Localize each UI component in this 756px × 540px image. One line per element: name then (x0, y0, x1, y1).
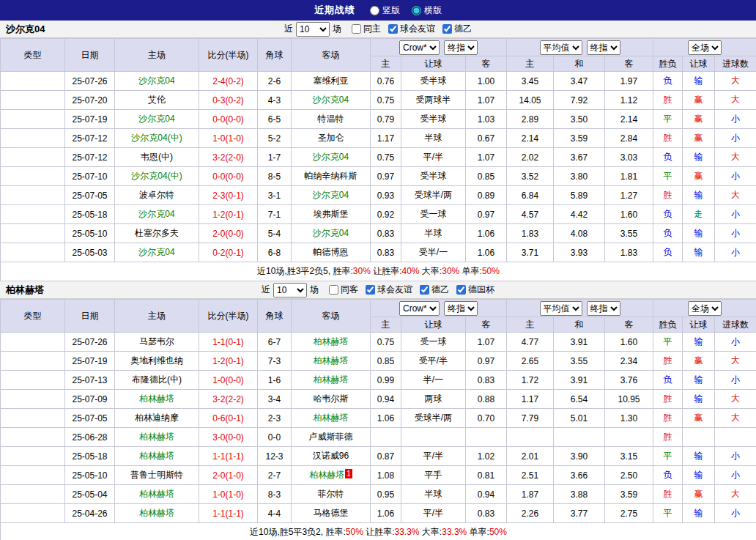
average-select[interactable]: 平均值 (540, 40, 582, 55)
filter-checkbox[interactable] (442, 24, 452, 34)
euro-final-select[interactable]: 终指 (587, 301, 620, 316)
home-team: 柏林赫塔 (115, 390, 199, 409)
match-type: 球会友谊 (1, 167, 65, 186)
result-handicap: 输 (683, 72, 715, 91)
match-date: 25-07-13 (65, 371, 115, 390)
match-date: 25-07-12 (65, 148, 115, 167)
match-date: 25-06-28 (65, 428, 115, 447)
result-goals: 小 (715, 447, 756, 466)
games-label: 场 (310, 284, 319, 296)
col-wdl: 胜负 (653, 317, 683, 333)
result-goals: 小 (715, 205, 756, 224)
match-count-select[interactable]: 10 (273, 283, 307, 297)
filter-checkbox-label: 球会友谊 (400, 23, 435, 35)
asian-odds-group: Crow*终指 (371, 39, 507, 56)
average-select[interactable]: 平均值 (540, 301, 582, 316)
result-wdl: 负 (653, 466, 683, 485)
away-team: 柏林赫塔1 (292, 466, 371, 485)
asian-home-odds: 0.92 (371, 205, 401, 224)
filter-checkbox-option[interactable]: 球会友谊 (388, 23, 435, 35)
filter-checkbox[interactable] (352, 24, 361, 34)
euro-draw-odds: 4.42 (554, 205, 605, 224)
corner-score: 7-1 (258, 205, 292, 224)
filter-checkbox[interactable] (456, 285, 466, 295)
home-team: 沙尔克04 (115, 110, 199, 129)
result-wdl: 胜 (653, 91, 683, 110)
layout-option-vertical[interactable]: 竖版 (370, 4, 400, 17)
bookmaker-select[interactable]: Crow* (399, 301, 440, 316)
asian-home-odds: 0.85 (371, 352, 401, 371)
fulltime-select[interactable]: 全场 (688, 40, 722, 55)
euro-draw-odds: 3.91 (554, 333, 605, 352)
euro-draw-odds: 5.89 (554, 186, 605, 205)
euro-away-odds (605, 428, 653, 447)
corner-score: 6-7 (258, 333, 292, 352)
home-team: 沙尔克04 (115, 72, 199, 91)
euro-draw-odds: 3.55 (554, 352, 605, 371)
asian-away-odds: 0.97 (466, 352, 507, 371)
asian-handicap: 受半球 (401, 167, 466, 186)
away-team: 柏林赫塔 (292, 409, 371, 428)
match-type: 球会友谊 (1, 72, 65, 91)
layout-radio[interactable] (370, 6, 379, 15)
home-team: 艾伦 (115, 91, 199, 110)
title-bar: 近期战绩 竖版横版 (0, 0, 756, 21)
match-count-select[interactable]: 10 (296, 22, 330, 37)
euro-away-odds: 3.15 (605, 447, 653, 466)
summary-text-line: 近10场,胜3平2负5, 胜率:30% 让胜率:40% 大率:30% 单率:50… (1, 262, 756, 281)
asian-final-select[interactable]: 终指 (444, 40, 478, 55)
filter-checkbox[interactable] (329, 285, 338, 295)
asian-away-odds: 1.06 (466, 224, 507, 243)
asian-away-odds: 0.67 (466, 129, 507, 148)
bookmaker-select[interactable]: Crow* (399, 40, 440, 55)
layout-radio[interactable] (412, 6, 421, 15)
filter-checkbox-option[interactable]: 德乙 (442, 23, 472, 35)
corner-score: 8-5 (258, 167, 292, 186)
filter-checkbox[interactable] (420, 285, 429, 295)
team-section-hertha: 柏林赫塔 近 10 场 同客球会友谊德乙德国杯 类型 日期 主场 比分(半场) … (0, 281, 756, 540)
filter-checkbox-option[interactable]: 德乙 (420, 284, 449, 296)
summary-segment: 近10场,胜3平2负5, 胜率: (257, 266, 353, 276)
asian-home-odds: 0.76 (371, 72, 401, 91)
home-team: 马瑟韦尔 (115, 333, 199, 352)
filter-checkbox[interactable] (388, 24, 398, 34)
result-wdl: 平 (653, 110, 683, 129)
filter-bar: 近 10 场 同主球会友谊德乙 (284, 22, 472, 37)
match-row: 德乙25-05-10普鲁士明斯特2-0(1-0)2-7柏林赫塔11.08平手0.… (1, 466, 756, 485)
corner-score: 3-4 (258, 390, 292, 409)
euro-draw-odds: 3.67 (554, 148, 605, 167)
asian-final-select[interactable]: 终指 (444, 301, 478, 316)
asian-handicap: 受一球 (401, 205, 466, 224)
match-date: 25-05-10 (65, 224, 115, 243)
filter-checkbox-label: 同客 (341, 284, 358, 296)
corner-score: 2-7 (258, 466, 292, 485)
match-row: 德乙25-05-03沙尔克040-2(0-1)6-8帕德博恩0.83受半/一1.… (1, 243, 756, 262)
fulltime-select[interactable]: 全场 (688, 301, 722, 316)
filter-checkbox-option[interactable]: 同客 (329, 284, 358, 296)
filter-checkbox-option[interactable]: 同主 (352, 23, 381, 35)
asian-away-odds: 1.07 (466, 148, 507, 167)
result-handicap: 赢 (683, 167, 715, 186)
asian-away-odds: 0.94 (466, 485, 507, 504)
away-team: 沙尔克04 (292, 148, 371, 167)
match-score: 1-1(1-1) (199, 504, 258, 523)
euro-home-odds: 3.52 (507, 167, 554, 186)
match-score: 1-2(0-1) (199, 352, 258, 371)
layout-option-horizontal[interactable]: 横版 (412, 4, 442, 17)
asian-away-odds: 1.06 (466, 243, 507, 262)
match-type: 球会友谊 (1, 371, 65, 390)
result-handicap: 输 (683, 390, 715, 409)
col-home: 主场 (115, 39, 199, 72)
euro-home-odds: 2.01 (507, 447, 554, 466)
match-type: 德乙 (1, 224, 65, 243)
asian-handicap (401, 428, 466, 447)
filter-checkbox-option[interactable]: 球会友谊 (366, 284, 412, 296)
euro-away-odds: 3.55 (605, 224, 653, 243)
match-score: 2-0(0-0) (199, 224, 258, 243)
filter-checkbox-option[interactable]: 德国杯 (456, 284, 494, 296)
euro-final-select[interactable]: 终指 (587, 40, 620, 55)
away-team: 沙尔克04 (292, 91, 371, 110)
result-wdl: 胜 (653, 409, 683, 428)
match-row: 德乙25-04-26柏林赫塔1-1(1-1)4-4马格德堡1.06平/半0.83… (1, 504, 756, 523)
filter-checkbox[interactable] (366, 285, 375, 295)
